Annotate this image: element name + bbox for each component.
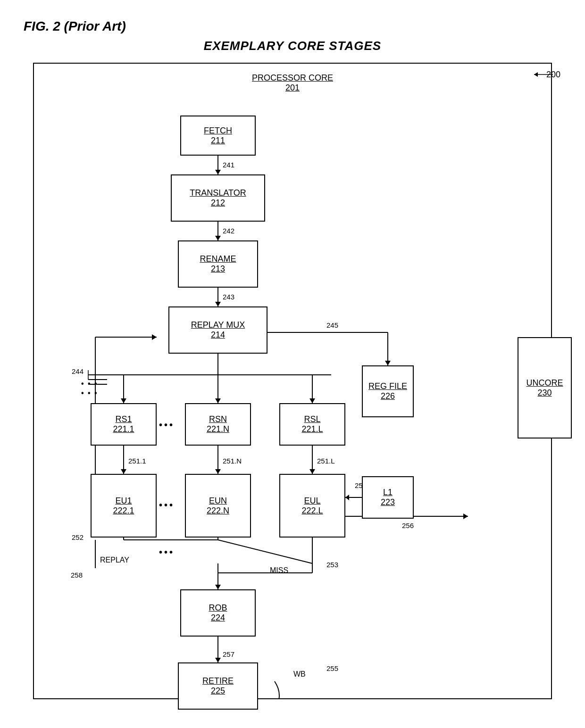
dots-244-top: • • • bbox=[81, 380, 98, 388]
svg-marker-3 bbox=[215, 170, 221, 174]
uncore-box: UNCORE 230 bbox=[518, 337, 572, 438]
eul-box: EUL 222.L bbox=[279, 474, 345, 538]
svg-line-45 bbox=[218, 540, 312, 563]
rob-box: ROB 224 bbox=[180, 589, 256, 637]
diagram-title: EXEMPLARY CORE STAGES bbox=[24, 39, 561, 53]
svg-text:WB: WB bbox=[293, 670, 306, 678]
svg-text:255: 255 bbox=[326, 664, 338, 672]
svg-text:245: 245 bbox=[326, 321, 338, 329]
diagram-container: 241 242 243 bbox=[33, 63, 552, 699]
svg-text:257: 257 bbox=[223, 650, 234, 658]
svg-marker-9 bbox=[215, 302, 221, 306]
dots-eu-bottom: ••• bbox=[159, 547, 175, 558]
svg-marker-62 bbox=[215, 658, 221, 662]
dots-eu: ••• bbox=[159, 500, 175, 511]
diagram-svg: 241 242 243 bbox=[34, 64, 551, 698]
dots-244-bottom: • • • bbox=[81, 389, 98, 397]
svg-marker-6 bbox=[215, 236, 221, 240]
svg-text:251.L: 251.L bbox=[317, 457, 335, 465]
eun-box: EUN 222.N bbox=[185, 474, 251, 538]
svg-text:REPLAY: REPLAY bbox=[100, 556, 129, 564]
translator-box: TRANSLATOR 212 bbox=[171, 174, 265, 222]
svg-text:256: 256 bbox=[402, 521, 414, 529]
processor-core-label: PROCESSOR CORE 201 bbox=[252, 73, 333, 93]
svg-text:241: 241 bbox=[223, 161, 234, 169]
svg-text:258: 258 bbox=[71, 571, 83, 579]
replay-mux-box: REPLAY MUX 214 bbox=[168, 306, 267, 354]
svg-text:244: 244 bbox=[72, 367, 84, 375]
svg-marker-14 bbox=[121, 398, 126, 403]
figure-title: FIG. 2 (Prior Art) bbox=[24, 19, 561, 34]
svg-marker-33 bbox=[309, 469, 315, 474]
svg-marker-36 bbox=[345, 495, 349, 500]
svg-text:251.1: 251.1 bbox=[128, 457, 146, 465]
svg-marker-25 bbox=[385, 361, 391, 365]
svg-marker-30 bbox=[215, 469, 221, 474]
svg-marker-16 bbox=[215, 398, 221, 403]
svg-text:MISS: MISS bbox=[270, 566, 288, 574]
svg-text:243: 243 bbox=[223, 293, 234, 301]
fetch-box: FETCH 211 bbox=[180, 116, 256, 156]
eu1-box: EU1 222.1 bbox=[91, 474, 157, 538]
svg-marker-55 bbox=[215, 585, 221, 589]
svg-text:242: 242 bbox=[223, 227, 234, 235]
reg-file-box: REG FILE 226 bbox=[362, 365, 414, 417]
svg-marker-39 bbox=[463, 513, 468, 519]
svg-marker-27 bbox=[121, 469, 126, 474]
svg-marker-18 bbox=[309, 398, 315, 403]
rename-box: RENAME 213 bbox=[178, 240, 258, 288]
page: FIG. 2 (Prior Art) EXEMPLARY CORE STAGES… bbox=[0, 0, 585, 728]
rs1-box: RS1 221.1 bbox=[91, 403, 157, 446]
rsn-box: RSN 221.N bbox=[185, 403, 251, 446]
retire-box: RETIRE 225 bbox=[178, 662, 258, 710]
l1-box: L1 223 bbox=[362, 476, 414, 519]
svg-text:251.N: 251.N bbox=[223, 457, 242, 465]
rsl-box: RSL 221.L bbox=[279, 403, 345, 446]
svg-text:252: 252 bbox=[72, 533, 84, 541]
svg-text:253: 253 bbox=[326, 561, 338, 569]
svg-marker-49 bbox=[152, 334, 157, 340]
dots-rs: ••• bbox=[159, 420, 175, 430]
